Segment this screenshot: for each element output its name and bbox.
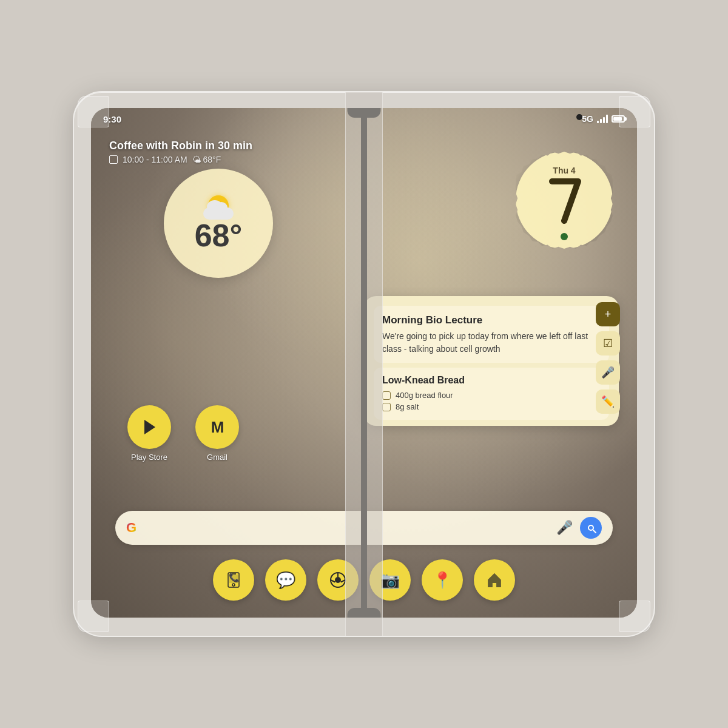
dock-camera-icon[interactable]: 📷 xyxy=(369,559,411,601)
pen-icon: ✏️ xyxy=(601,395,615,408)
app-icon-gmail[interactable]: M Gmail xyxy=(195,405,239,462)
note-title-bio: Morning Bio Lecture xyxy=(382,314,601,326)
notes-action-buttons: + ☑ 🎤 ✏️ xyxy=(596,302,620,414)
maps-icon-glyph: 📍 xyxy=(433,571,452,590)
hinge-bar xyxy=(361,108,367,618)
signal-strength-icon xyxy=(597,115,608,123)
calendar-day-label: Thu 4 xyxy=(553,166,575,175)
google-search-bar[interactable]: G 🎤 xyxy=(115,511,613,545)
weather-temperature: 68° xyxy=(195,220,243,251)
note-item-bio-lecture[interactable]: Morning Bio Lecture We're going to pick … xyxy=(374,306,609,363)
svg-point-1 xyxy=(588,525,593,530)
gmail-letter: M xyxy=(211,418,224,437)
hinge-notch-bottom xyxy=(348,608,381,618)
svg-line-2 xyxy=(593,530,596,533)
calendar-event-time: 10:00 - 11:00 AM xyxy=(123,155,187,164)
dock-chrome-icon[interactable] xyxy=(317,559,359,601)
app-dock: 📞 💬 📷 📍 xyxy=(213,559,515,601)
recipe-ingredient-1: 400g bread flour xyxy=(396,391,453,400)
notes-mic-button[interactable]: 🎤 xyxy=(596,360,620,385)
calendar-number-svg xyxy=(543,175,585,224)
checkbox-2[interactable] xyxy=(382,403,391,411)
calendar-number xyxy=(543,175,585,232)
notes-add-button[interactable]: + xyxy=(596,302,620,326)
calendar-event-title: Coffee with Robin in 30 min xyxy=(109,140,252,152)
phone-screen: 9:30 5G Coffee with Robin in 30 min 10:0… xyxy=(91,108,637,618)
corner-protector-br xyxy=(619,601,650,632)
cloud-shape xyxy=(203,207,234,220)
corner-protector-bl xyxy=(78,601,109,632)
network-type: 5G xyxy=(582,114,593,124)
weather-widget[interactable]: 68° xyxy=(164,169,273,278)
voice-search-icon[interactable]: 🎤 xyxy=(556,520,573,536)
gmail-icon[interactable]: M xyxy=(195,405,239,449)
notes-check-button[interactable]: ☑ xyxy=(596,331,620,356)
recipe-item-1: 400g bread flour xyxy=(382,391,601,400)
mic-icon: 🎤 xyxy=(601,366,615,379)
hinge-notch-top xyxy=(348,108,381,118)
svg-marker-0 xyxy=(144,420,155,434)
calendar-weather-inline: 🌤 68°F xyxy=(192,155,221,164)
app-icon-play-store[interactable]: Play Store xyxy=(127,405,171,462)
corner-protector-tl xyxy=(78,96,109,127)
calendar-day-widget[interactable]: Thu 4 xyxy=(516,152,613,249)
notes-widget[interactable]: + ☑ 🎤 ✏️ Morning Bio Lecture We're going… xyxy=(364,296,619,426)
recipe-ingredient-2: 8g salt xyxy=(396,402,419,411)
google-g-logo: G xyxy=(126,520,136,536)
note-title-bread: Low-Knead Bread xyxy=(382,375,601,386)
dock-messages-icon[interactable]: 💬 xyxy=(265,559,306,601)
camera-icon-glyph: 📷 xyxy=(380,571,400,590)
play-store-label: Play Store xyxy=(131,453,167,462)
dock-maps-icon[interactable]: 📍 xyxy=(422,559,463,601)
notes-pen-button[interactable]: ✏️ xyxy=(596,389,620,414)
dock-phone-icon[interactable]: 📞 xyxy=(213,559,254,601)
svg-point-5 xyxy=(335,577,341,583)
play-store-icon[interactable] xyxy=(127,405,171,449)
weather-sun-icon xyxy=(203,195,234,220)
calendar-event-dot xyxy=(561,233,568,240)
check-icon: ☑ xyxy=(603,337,613,350)
plus-icon: + xyxy=(605,308,612,321)
corner-protector-tr xyxy=(619,96,650,127)
lens-search-icon[interactable] xyxy=(580,517,602,539)
home-screen-apps: Play Store M Gmail xyxy=(127,405,239,462)
note-item-bread-recipe[interactable]: Low-Knead Bread 400g bread flour 8g salt xyxy=(374,368,609,420)
phone-device: 9:30 5G Coffee with Robin in 30 min 10:0… xyxy=(73,91,655,637)
checkbox-1[interactable] xyxy=(382,391,391,400)
recipe-item-2: 8g salt xyxy=(382,402,601,411)
calendar-event-details: 10:00 - 11:00 AM 🌤 68°F xyxy=(109,155,252,164)
messages-icon-glyph: 💬 xyxy=(276,571,295,590)
status-bar: 9:30 5G xyxy=(91,108,637,130)
calendar-small-icon xyxy=(109,155,118,164)
svg-text:📞: 📞 xyxy=(229,573,240,583)
calendar-event-widget[interactable]: Coffee with Robin in 30 min 10:00 - 11:0… xyxy=(109,140,252,164)
dock-home-icon[interactable] xyxy=(474,559,515,601)
gmail-label: Gmail xyxy=(207,453,228,462)
note-body-bio: We're going to pick up today from where … xyxy=(382,330,601,356)
